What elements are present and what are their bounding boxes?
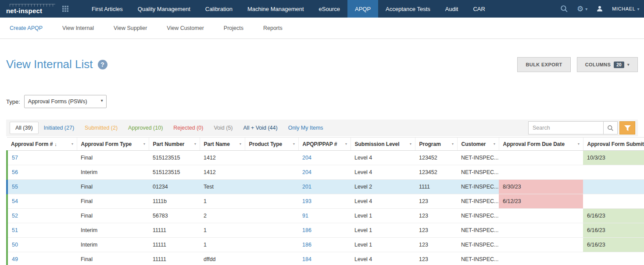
cell-submission-level: Level 4 — [351, 252, 415, 265]
column-filter-icon[interactable]: ▼ — [239, 142, 242, 145]
table-row[interactable]: 56 Interim 515123515 1412 204 Level 4 12… — [7, 165, 644, 180]
subnav-item[interactable]: View Supplier — [114, 25, 147, 31]
logo[interactable]: net-inspect — [0, 0, 58, 18]
cell-approval-form-number: 51 — [7, 223, 77, 238]
approval-form-link[interactable]: 49 — [12, 256, 18, 262]
column-header[interactable]: Product Type↓ ▼ — [245, 138, 298, 151]
approval-form-link[interactable]: 55 — [12, 184, 18, 190]
nav-item[interactable]: Calibration — [198, 0, 240, 18]
status-filter-tab[interactable]: Initiated (27) — [39, 122, 79, 134]
search-input[interactable] — [528, 121, 604, 134]
column-filter-icon[interactable]: ▼ — [409, 142, 412, 145]
nav-item[interactable]: Audit — [438, 0, 466, 18]
subnav-item[interactable]: Projects — [224, 25, 243, 31]
status-filter-tab[interactable]: All + Void (44) — [238, 122, 283, 134]
table-row[interactable]: 49 Final 11111 dffdd 184 Level 4 123 NET… — [7, 252, 644, 265]
nav-item[interactable]: First Articles — [84, 0, 130, 18]
column-header-label: Part Number — [153, 141, 185, 147]
nav-item[interactable]: Acceptance Tests — [378, 0, 438, 18]
column-header[interactable]: Program↓ ▼ — [415, 138, 457, 151]
nav-item[interactable]: APQP — [347, 0, 378, 18]
apqp-ppap-link[interactable]: 193 — [302, 198, 311, 204]
approval-form-link[interactable]: 51 — [12, 227, 18, 233]
help-icon[interactable]: ? — [98, 60, 107, 69]
approval-form-link[interactable]: 52 — [12, 213, 18, 219]
column-filter-icon[interactable]: ▼ — [143, 142, 146, 145]
apqp-ppap-link[interactable]: 186 — [302, 227, 311, 233]
user-icon[interactable] — [596, 5, 603, 12]
subnav-item[interactable]: Reports — [263, 25, 283, 31]
column-header[interactable]: Approval Form Type↓ ▼ — [77, 138, 149, 151]
cell-customer: NET-INSPEC... — [457, 209, 499, 223]
approval-form-link[interactable]: 54 — [12, 198, 18, 204]
cell-apqp-ppap-number: 204 — [298, 165, 351, 180]
status-filter-tab[interactable]: Void (5) — [208, 122, 238, 134]
search-button[interactable] — [604, 121, 618, 134]
table-row[interactable]: 50 Interim 11111 1 186 Level 1 123 NET-I… — [7, 238, 644, 252]
nav-item[interactable]: Quality Management — [130, 0, 198, 18]
apqp-ppap-link[interactable]: 204 — [302, 155, 311, 161]
cell-program: 123452 — [415, 165, 457, 180]
column-filter-icon[interactable]: ▼ — [451, 142, 454, 145]
apqp-ppap-link[interactable]: 91 — [302, 213, 308, 219]
apps-grid-icon[interactable] — [62, 0, 68, 18]
subnav-item[interactable]: Create APQP — [10, 25, 43, 31]
status-filter-tab[interactable]: All (39) — [10, 122, 39, 134]
nav-item[interactable]: CAR — [465, 0, 492, 18]
cell-due-date — [499, 209, 583, 223]
filter-funnel-button[interactable] — [619, 121, 635, 134]
column-filter-icon[interactable]: ▼ — [71, 142, 74, 145]
type-row: Type: Approval Forms (PSWs) — [6, 95, 638, 108]
status-filter-tab[interactable]: Approved (10) — [123, 122, 168, 134]
table-row[interactable]: 52 Final 56783 2 91 Level 1 123 NET-INSP… — [7, 209, 644, 223]
column-header[interactable]: Customer↓ ▼ — [457, 138, 499, 151]
column-filter-icon[interactable]: ▼ — [493, 142, 496, 145]
approval-form-link[interactable]: 50 — [12, 242, 18, 248]
apqp-ppap-link[interactable]: 184 — [302, 256, 311, 262]
column-header[interactable]: Part Name↓ ▼ — [200, 138, 245, 151]
status-filter-tab[interactable]: Only My Items — [283, 122, 329, 134]
search-icon[interactable] — [560, 5, 568, 13]
table-row[interactable]: 54 Final 1111b 1 193 Level 4 123 NET-INS… — [7, 194, 644, 209]
column-header[interactable]: APQP/PPAP #↓ ▼ — [298, 138, 351, 151]
nav-item[interactable]: eSource — [311, 0, 347, 18]
columns-button[interactable]: COLUMNS 20 ▾ — [577, 57, 638, 72]
column-filter-icon[interactable]: ▼ — [293, 142, 296, 145]
cell-program: 1111 — [415, 180, 457, 194]
title-actions: BULK EXPORT COLUMNS 20 ▾ — [517, 57, 638, 72]
column-filter-icon[interactable]: ▼ — [345, 142, 348, 145]
nav-item[interactable]: Machine Management — [240, 0, 311, 18]
table-row[interactable]: 51 Interim 11111 1 186 Level 1 123 NET-I… — [7, 223, 644, 238]
column-header-label: Approval Form Due Date — [503, 141, 565, 147]
column-header[interactable]: Approval Form Submitted↓ ▼ — [583, 138, 644, 151]
approval-forms-table: Approval Form #↓ ▼ Approval Form Type↓ ▼… — [6, 137, 644, 265]
apqp-ppap-link[interactable]: 186 — [302, 242, 311, 248]
table-row[interactable]: 57 Final 515123515 1412 204 Level 4 1234… — [7, 151, 644, 165]
type-select[interactable]: Approval Forms (PSWs) — [24, 95, 107, 108]
column-header[interactable]: Approval Form Due Date↓ ▼ — [499, 138, 583, 151]
cell-part-number: 11111 — [149, 238, 200, 252]
approval-form-link[interactable]: 57 — [12, 155, 18, 161]
table-row[interactable]: 55 Final 01234 Test 201 Level 2 1111 NET… — [7, 180, 644, 194]
column-header[interactable]: Part Number↓ ▼ — [149, 138, 200, 151]
column-filter-icon[interactable]: ▼ — [577, 142, 580, 145]
status-filter-tab[interactable]: Submitted (2) — [79, 122, 123, 134]
table-header-row: Approval Form #↓ ▼ Approval Form Type↓ ▼… — [7, 138, 644, 151]
cell-submission-level: Level 4 — [351, 165, 415, 180]
cell-submission-level: Level 1 — [351, 209, 415, 223]
cell-approval-form-type: Final — [77, 252, 149, 265]
approval-form-link[interactable]: 56 — [12, 169, 18, 175]
cell-apqp-ppap-number: 186 — [298, 223, 351, 238]
bulk-export-button[interactable]: BULK EXPORT — [517, 57, 570, 72]
cell-approval-form-type: Final — [77, 151, 149, 165]
apqp-ppap-link[interactable]: 204 — [302, 169, 311, 175]
settings-menu[interactable]: ⚙ ▾ — [577, 5, 587, 13]
column-header[interactable]: Submission Level↓ ▼ — [351, 138, 415, 151]
subnav-item[interactable]: View Customer — [167, 25, 204, 31]
subnav-item[interactable]: View Internal — [62, 25, 94, 31]
status-filter-tab[interactable]: Rejected (0) — [168, 122, 208, 134]
apqp-ppap-link[interactable]: 201 — [302, 184, 311, 190]
user-menu[interactable]: MICHAEL ▾ — [612, 6, 640, 11]
column-filter-icon[interactable]: ▼ — [194, 142, 197, 145]
column-header[interactable]: Approval Form #↓ ▼ — [7, 138, 77, 151]
